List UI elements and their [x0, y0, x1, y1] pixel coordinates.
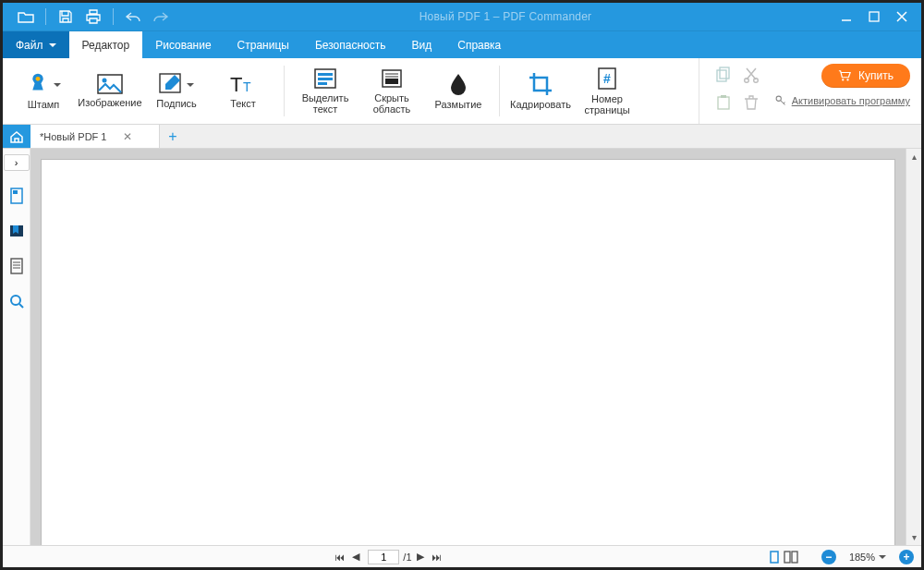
redo-icon[interactable] — [147, 3, 175, 30]
work-area: › ▴ ▾ — [3, 149, 921, 545]
bookmarks-icon[interactable] — [6, 221, 27, 241]
stamp-button[interactable]: Штамп — [10, 59, 77, 124]
menu-file[interactable]: Файл — [3, 31, 69, 58]
scroll-down-icon[interactable]: ▾ — [906, 529, 921, 545]
svg-point-25 — [846, 79, 848, 80]
paste-icon[interactable] — [712, 91, 735, 114]
home-tab[interactable] — [3, 125, 30, 148]
save-icon[interactable] — [52, 3, 79, 30]
stamp-label: Штамп — [28, 100, 60, 111]
buy-button[interactable]: Купить — [821, 64, 910, 88]
svg-rect-18 — [717, 70, 726, 81]
minimize-button[interactable] — [836, 6, 857, 27]
svg-rect-9 — [318, 73, 333, 76]
page-number-button[interactable]: # Номер страницы — [574, 59, 640, 124]
text-button[interactable]: TT Текст — [210, 59, 276, 124]
chevron-down-icon — [54, 83, 61, 87]
menu-help[interactable]: Справка — [444, 31, 514, 58]
close-button[interactable] — [892, 6, 912, 27]
svg-rect-36 — [784, 552, 790, 563]
undo-icon[interactable] — [119, 3, 147, 30]
activate-label: Активировать программу — [792, 95, 910, 106]
open-file-icon[interactable] — [12, 3, 40, 30]
svg-rect-30 — [11, 259, 22, 273]
svg-point-26 — [776, 96, 781, 101]
signature-label: Подпись — [156, 99, 197, 110]
svg-rect-35 — [771, 552, 778, 563]
single-page-view-icon[interactable] — [766, 549, 783, 565]
highlight-button[interactable]: Выделить текст — [292, 59, 359, 124]
zoom-dropdown[interactable]: 185% — [844, 552, 892, 563]
svg-text:#: # — [603, 71, 611, 86]
menu-security-label: Безопасность — [315, 39, 386, 52]
menu-pages-label: Страницы — [237, 39, 289, 52]
prev-page-button[interactable]: ◀ — [347, 549, 364, 565]
svg-text:T: T — [243, 79, 251, 94]
window-title: Новый PDF 1 – PDF Commander — [175, 10, 836, 23]
image-button[interactable]: Изображение — [77, 59, 143, 124]
menu-view[interactable]: Вид — [399, 31, 445, 58]
highlight-label: Выделить текст — [292, 93, 359, 115]
document-page[interactable] — [42, 160, 894, 545]
plus-icon: + — [168, 128, 176, 145]
document-tab[interactable]: *Новый PDF 1 ✕ — [30, 125, 160, 148]
delete-icon[interactable] — [740, 91, 762, 114]
first-page-button[interactable]: ⏮ — [331, 549, 347, 565]
svg-point-34 — [11, 296, 20, 305]
svg-rect-10 — [318, 78, 333, 80]
zoom-value: 185% — [849, 552, 875, 563]
menu-security[interactable]: Безопасность — [302, 31, 399, 58]
menu-drawing[interactable]: Рисование — [142, 31, 224, 58]
cut-icon[interactable] — [740, 64, 762, 86]
next-page-button[interactable]: ▶ — [412, 549, 429, 565]
svg-point-2 — [36, 77, 41, 81]
zoom-out-button[interactable]: − — [821, 550, 836, 564]
cart-icon — [838, 69, 851, 82]
titlebar: Новый PDF 1 – PDF Commander — [3, 3, 921, 30]
separator — [45, 8, 46, 25]
document-tab-title: *Новый PDF 1 — [40, 131, 106, 142]
chevron-down-icon — [49, 43, 56, 47]
two-page-view-icon[interactable] — [783, 549, 799, 565]
print-icon[interactable] — [79, 3, 107, 30]
canvas: ▴ ▾ — [30, 149, 921, 545]
scroll-up-icon[interactable]: ▴ — [906, 149, 921, 164]
last-page-button[interactable]: ⏭ — [429, 549, 445, 565]
crop-label: Кадрировать — [510, 100, 571, 111]
maximize-button[interactable] — [864, 6, 884, 27]
svg-rect-11 — [318, 82, 327, 85]
menu-editor-label: Редактор — [82, 39, 130, 52]
separator — [113, 8, 114, 25]
hide-area-button[interactable]: Скрыть область — [359, 59, 425, 124]
close-tab-icon[interactable]: ✕ — [123, 130, 132, 143]
menu-editor[interactable]: Редактор — [69, 31, 143, 58]
menu-pages[interactable]: Страницы — [225, 31, 302, 58]
svg-rect-19 — [720, 67, 729, 79]
canvas-viewport[interactable] — [30, 149, 906, 545]
chevron-down-icon — [879, 555, 886, 559]
zoom-in-button[interactable]: + — [899, 550, 914, 564]
page-number-input[interactable] — [368, 550, 399, 564]
svg-rect-0 — [869, 12, 879, 21]
add-tab-button[interactable]: + — [160, 125, 186, 148]
crop-button[interactable]: Кадрировать — [507, 59, 574, 124]
menubar: Файл Редактор Рисование Страницы Безопас… — [3, 30, 921, 58]
svg-point-4 — [103, 78, 107, 82]
svg-point-24 — [842, 79, 844, 80]
search-icon[interactable] — [6, 291, 27, 311]
hide-area-label: Скрыть область — [359, 93, 425, 115]
ribbon: Штамп Изображение Подпись TT Текст Выдел… — [3, 58, 921, 125]
signature-button[interactable]: Подпись — [143, 59, 210, 124]
side-panel: › — [3, 149, 30, 545]
text-label: Текст — [230, 99, 256, 110]
svg-point-21 — [753, 79, 758, 83]
blur-button[interactable]: Размытие — [425, 59, 492, 124]
thumbnails-icon[interactable] — [6, 186, 27, 206]
expand-panel-button[interactable]: › — [4, 154, 30, 171]
buy-label: Купить — [858, 69, 894, 82]
chevron-down-icon — [187, 83, 194, 87]
vertical-scrollbar[interactable]: ▴ ▾ — [906, 149, 921, 545]
attachments-icon[interactable] — [6, 256, 27, 276]
copy-icon[interactable] — [712, 64, 735, 86]
activate-link[interactable]: Активировать программу — [775, 95, 910, 106]
